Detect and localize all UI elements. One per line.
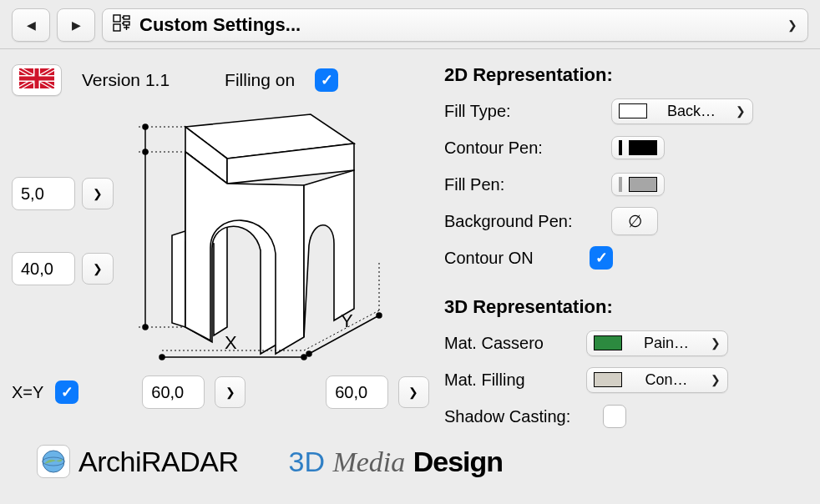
3d-media-design-logo: 3D Media Design	[288, 446, 503, 478]
logo-design-text: Design	[413, 446, 503, 477]
height-input-group: 40,0 ❯	[12, 252, 114, 285]
chevron-right-icon: ❯	[93, 187, 103, 200]
svg-point-29	[159, 355, 165, 360]
content-area: Version 1.1 Filling on ✓	[0, 49, 820, 486]
svg-rect-3	[124, 22, 129, 25]
x-axis-label: X	[225, 332, 237, 353]
chevron-right-icon: ❯	[93, 262, 103, 275]
xy-equal-checkbox[interactable]: ✓	[55, 381, 78, 404]
top-thickness-input-group: 5,0 ❯	[12, 177, 114, 210]
language-button[interactable]	[12, 64, 62, 96]
globe-icon	[37, 445, 70, 478]
height-stepper[interactable]: ❯	[82, 253, 114, 285]
contour-pen-picker[interactable]	[611, 136, 665, 159]
archiradar-text: ArchiRADAR	[78, 446, 238, 478]
logo-bar: ArchiRADAR 3D Media Design	[12, 436, 808, 478]
top-thickness-input[interactable]: 5,0	[12, 177, 75, 210]
top-toolbar: ◀ ▶ Custom Settings... ❯	[0, 0, 820, 49]
mat-cassero-label: Mat. Cassero	[444, 334, 586, 353]
rep2d-heading: 2D Representation:	[444, 64, 808, 86]
right-column: 2D Representation: Fill Type: Back… ❯ Co…	[444, 64, 808, 436]
chevron-right-icon: ❯	[711, 336, 721, 350]
settings-icon	[113, 14, 131, 37]
svg-point-33	[377, 313, 382, 318]
svg-point-32	[306, 351, 311, 356]
contour-pen-label: Contour Pen:	[444, 139, 611, 158]
contour-on-label: Contour ON	[444, 249, 590, 268]
mat-filling-dropdown[interactable]: Con… ❯	[586, 367, 728, 393]
filling-on-checkbox[interactable]: ✓	[315, 68, 338, 92]
xy-equal-label: X=Y	[12, 383, 43, 402]
chevron-right-icon: ❯	[408, 386, 418, 399]
check-icon: ✓	[61, 383, 73, 401]
pen-color-swatch	[629, 177, 657, 192]
version-label: Version 1.1	[82, 70, 170, 90]
title-dropdown[interactable]: Custom Settings... ❯	[102, 8, 808, 42]
svg-point-26	[143, 149, 148, 154]
xy-row: X=Y ✓ 60,0 ❯ 60,0 ❯	[12, 375, 429, 409]
mat-cassero-dropdown[interactable]: Pain… ❯	[586, 330, 728, 356]
fill-pen-picker[interactable]	[611, 173, 665, 196]
material-swatch-icon	[594, 372, 622, 387]
y-axis-label: Y	[341, 310, 353, 331]
chevron-right-icon: ❯	[736, 104, 746, 118]
fill-pen-label: Fill Pen:	[444, 175, 611, 194]
x-stepper[interactable]: ❯	[215, 376, 245, 408]
chevron-right-icon: ❯	[225, 386, 235, 399]
y-input[interactable]: 60,0	[326, 375, 388, 409]
svg-point-30	[301, 355, 306, 360]
archiradar-logo: ArchiRADAR	[37, 445, 238, 478]
svg-rect-1	[114, 24, 120, 31]
mat-cassero-value: Pain…	[644, 335, 689, 352]
nav-forward-button[interactable]: ▶	[57, 8, 95, 42]
svg-rect-0	[114, 15, 120, 22]
pen-color-swatch	[629, 140, 657, 155]
none-icon: ∅	[628, 211, 642, 231]
pen-weight-icon	[619, 177, 622, 192]
object-diagram: X Y	[129, 93, 408, 369]
fill-swatch-icon	[619, 103, 647, 118]
y-stepper[interactable]: ❯	[398, 376, 429, 408]
chevron-right-icon: ❯	[711, 373, 721, 386]
mat-filling-value: Con…	[645, 371, 687, 389]
chevron-left-icon: ◀	[27, 18, 36, 32]
svg-point-27	[143, 325, 148, 330]
nav-back-button[interactable]: ◀	[12, 8, 50, 42]
mat-filling-label: Mat. Filling	[444, 370, 586, 390]
height-input[interactable]: 40,0	[12, 252, 75, 285]
fill-type-value: Back…	[667, 103, 716, 120]
filling-on-label: Filling on	[225, 70, 295, 90]
check-icon: ✓	[595, 249, 608, 267]
material-swatch-icon	[594, 335, 622, 350]
logo-media-text: Media	[332, 446, 405, 477]
flag-uk-icon	[19, 68, 54, 93]
pen-weight-icon	[619, 140, 622, 155]
svg-rect-13	[19, 76, 54, 80]
shadow-casting-checkbox[interactable]	[603, 405, 626, 428]
fill-type-dropdown[interactable]: Back… ❯	[611, 98, 753, 124]
top-thickness-stepper[interactable]: ❯	[82, 178, 114, 209]
bg-pen-label: Background Pen:	[444, 212, 611, 231]
title-text: Custom Settings...	[139, 14, 779, 36]
logo-3d-text: 3D	[288, 446, 324, 477]
svg-point-25	[143, 124, 148, 129]
bg-pen-picker[interactable]: ∅	[611, 207, 658, 235]
left-column: Version 1.1 Filling on ✓	[12, 64, 429, 415]
fill-type-label: Fill Type:	[444, 102, 611, 121]
chevron-right-icon: ❯	[787, 18, 797, 32]
check-icon: ✓	[321, 71, 333, 89]
rep3d-heading: 3D Representation:	[444, 296, 808, 318]
shadow-casting-label: Shadow Casting:	[444, 407, 603, 426]
svg-rect-2	[124, 16, 129, 19]
chevron-right-icon: ▶	[72, 18, 81, 32]
x-input[interactable]: 60,0	[142, 375, 205, 409]
contour-on-checkbox[interactable]: ✓	[590, 246, 613, 270]
